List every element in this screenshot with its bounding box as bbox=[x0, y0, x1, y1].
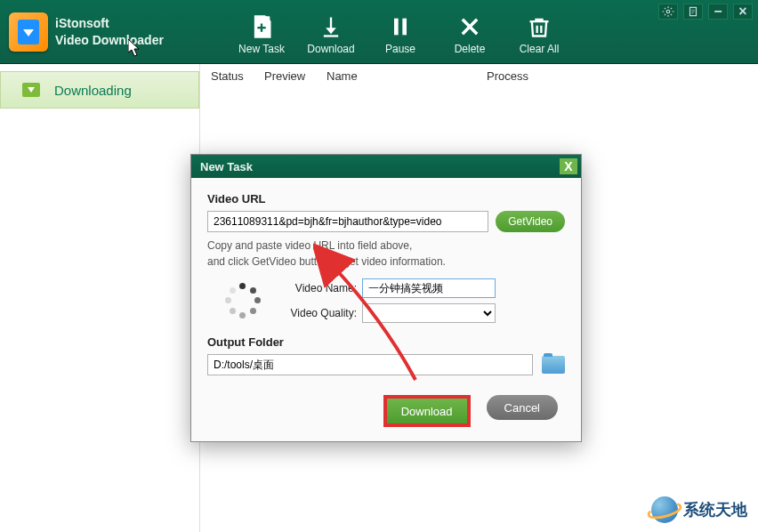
svg-rect-3 bbox=[324, 35, 338, 36]
trash-icon bbox=[527, 14, 552, 39]
app-title: iStonsoft Video Downloader bbox=[55, 15, 164, 47]
pause-button[interactable]: Pause bbox=[366, 8, 435, 61]
titlebar: iStonsoft Video Downloader New Task Down… bbox=[0, 0, 758, 64]
video-quality-label: Video Quality: bbox=[277, 307, 357, 319]
settings-button[interactable] bbox=[658, 4, 678, 20]
gear-icon bbox=[662, 5, 674, 18]
video-name-input[interactable] bbox=[362, 278, 496, 298]
logo-area: iStonsoft Video Downloader bbox=[0, 0, 200, 63]
downloading-tray-icon bbox=[22, 83, 40, 97]
dialog-download-button[interactable]: Download bbox=[383, 395, 471, 427]
col-process: Process bbox=[487, 69, 747, 83]
video-quality-select[interactable] bbox=[362, 303, 496, 323]
new-task-button[interactable]: New Task bbox=[227, 8, 296, 61]
dialog-close-button[interactable]: X bbox=[560, 158, 577, 174]
download-arrow-icon bbox=[319, 14, 343, 39]
browse-folder-button[interactable] bbox=[542, 356, 565, 374]
dialog-cancel-button[interactable]: Cancel bbox=[487, 395, 558, 420]
delete-button[interactable]: Delete bbox=[435, 8, 504, 61]
video-url-label: Video URL bbox=[207, 192, 565, 206]
dialog-titlebar[interactable]: New Task X bbox=[191, 155, 581, 178]
pause-icon bbox=[388, 14, 413, 39]
svg-point-6 bbox=[666, 10, 670, 13]
dialog-title: New Task bbox=[200, 160, 253, 173]
sidebar: Downloading bbox=[0, 64, 200, 532]
new-task-dialog: New Task X Video URL GetVideo Copy and p… bbox=[190, 154, 582, 442]
watermark: 系统天地 bbox=[651, 496, 747, 523]
svg-rect-5 bbox=[402, 18, 407, 35]
column-headers: Status Preview Name Process bbox=[200, 64, 758, 89]
close-window-button[interactable] bbox=[733, 4, 753, 20]
file-plus-icon bbox=[249, 14, 274, 39]
window-controls bbox=[658, 4, 753, 20]
clear-all-button[interactable]: Clear All bbox=[504, 8, 574, 61]
col-preview: Preview bbox=[264, 69, 327, 83]
globe-icon bbox=[651, 496, 678, 523]
video-url-input[interactable] bbox=[207, 211, 488, 232]
download-button[interactable]: Download bbox=[296, 8, 366, 61]
dialog-body: Video URL GetVideo Copy and paste video … bbox=[191, 178, 581, 441]
hint-text: Copy and paste video URL into field abov… bbox=[207, 238, 565, 270]
app-logo-icon bbox=[9, 12, 48, 52]
output-folder-label: Output Folder bbox=[207, 335, 565, 349]
get-video-button[interactable]: GetVideo bbox=[496, 211, 565, 232]
svg-rect-2 bbox=[257, 27, 265, 28]
output-folder-input[interactable] bbox=[207, 354, 533, 375]
minimize-button[interactable] bbox=[708, 4, 728, 20]
col-status: Status bbox=[211, 69, 264, 83]
sidebar-item-label: Downloading bbox=[54, 83, 132, 98]
col-name: Name bbox=[327, 69, 487, 83]
svg-rect-4 bbox=[394, 18, 399, 35]
sidebar-item-downloading[interactable]: Downloading bbox=[0, 71, 199, 109]
video-name-label: Video Name: bbox=[277, 282, 357, 294]
loading-spinner-icon bbox=[225, 283, 261, 318]
document-icon bbox=[687, 5, 699, 18]
help-button[interactable] bbox=[683, 4, 703, 20]
close-x-icon bbox=[457, 14, 482, 39]
